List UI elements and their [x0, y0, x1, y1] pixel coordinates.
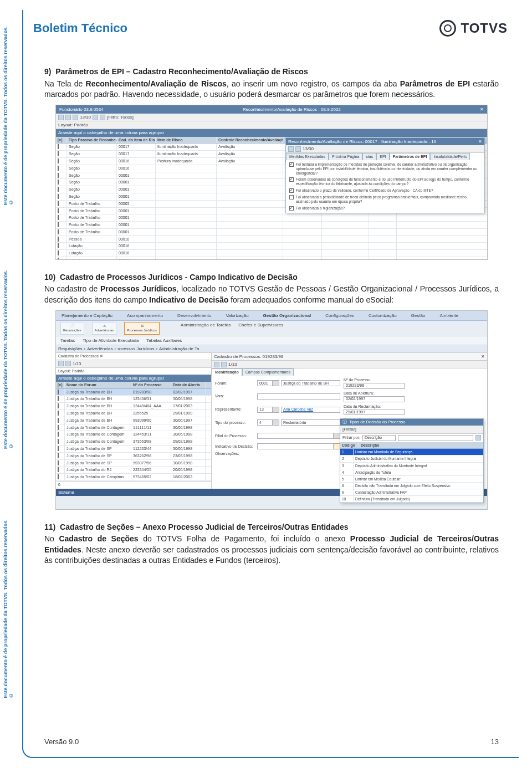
left-layout-label[interactable]: Layout: Padrão: [56, 368, 211, 375]
popup-filter-btn[interactable]: [Filtrar]: [342, 426, 356, 432]
input-indicativo[interactable]: [257, 443, 334, 449]
gridcol-forum[interactable]: Nome do Fórum: [65, 382, 131, 388]
ribbon-tarefas[interactable]: Tarefas: [60, 337, 75, 344]
left-grid-row[interactable]: Justiça do Trabalho de Contagem373663/98…: [56, 438, 211, 446]
crumb[interactable]: rocessos Jurídicos: [117, 346, 154, 352]
left-grid-row[interactable]: Justiça do Trabalho de Contagem324453/11…: [56, 431, 211, 438]
close-icon[interactable]: ✕: [480, 106, 484, 112]
ribbon-admin-tarefas[interactable]: Administração de Tarefas: [181, 322, 231, 335]
input-dabert[interactable]: 02/02/1997: [344, 396, 405, 402]
left-window-tab[interactable]: Cadastro de Processos ✕: [56, 353, 211, 360]
topmenu-item[interactable]: Gestão Organizacional: [263, 313, 311, 319]
left-grid-row[interactable]: Justiça do Trabalho de BH123456/3130/06/…: [56, 396, 211, 403]
left-grid-row[interactable]: Justiça do Trabalho de BH993099/0030/06/…: [56, 417, 211, 424]
inset-tab[interactable]: Próxima Página: [329, 153, 362, 160]
left-grid-row[interactable]: Justiça do Trabalho de SP363262/9823/03/…: [56, 453, 211, 460]
ribbon-requisicoes[interactable]: 📄Requisições: [60, 322, 84, 335]
tab-campos-compl[interactable]: Campos Complementares: [242, 368, 294, 376]
popup-row[interactable]: 2Depósito Judicial do Montante Integral: [340, 455, 483, 462]
topmenu-item[interactable]: Configurações: [325, 313, 354, 319]
checkbox[interactable]: [289, 206, 294, 211]
checkbox[interactable]: [289, 195, 294, 199]
grid-row[interactable]: Lotação00016: [56, 243, 487, 250]
grid-row[interactable]: Posto de Trabalho00001: [56, 214, 487, 222]
left-grid-row[interactable]: Justiça do Trabalho de Campinas973455/02…: [56, 474, 211, 481]
lookup-icon[interactable]: [273, 407, 279, 413]
grid-row[interactable]: Lotação00016: [56, 250, 487, 257]
delete-icon[interactable]: [65, 361, 71, 366]
input-rep-code[interactable]: 13: [257, 407, 273, 413]
grid-row[interactable]: Posto de Trabalho00001: [56, 222, 487, 229]
gridcol-descricao[interactable]: Descrição: [359, 442, 483, 449]
crumb[interactable]: Requisições: [58, 346, 83, 352]
ribbon-chefes[interactable]: Chefes e Supervisores: [238, 322, 283, 335]
input-nproc[interactable]: 019283/98: [344, 383, 405, 389]
popup-row[interactable]: 3Depósito Administrativo do Montante Int…: [340, 463, 483, 469]
next-icon[interactable]: [100, 115, 105, 120]
lookup-icon[interactable]: [273, 380, 279, 386]
crumb[interactable]: Advertências: [87, 346, 112, 352]
popup-row[interactable]: 8Decisão não Transitada em Julgado com E…: [340, 483, 483, 489]
left-grid-row[interactable]: Justiça do Trabalho de Contagem111111/11…: [56, 424, 211, 432]
topmenu-item[interactable]: Customização: [369, 313, 397, 319]
topmenu-item[interactable]: Planejamento e Captação: [62, 313, 112, 319]
ribbon-advertencias[interactable]: ⚠Advertências: [92, 322, 117, 335]
filter-label[interactable]: [Filtro: Todos]: [107, 114, 134, 120]
gridcol-codigo[interactable]: Código: [340, 442, 359, 449]
checkbox[interactable]: [289, 177, 294, 182]
save-icon[interactable]: [73, 115, 78, 120]
new-icon[interactable]: [58, 115, 64, 120]
inset-tab[interactable]: Medidas Executadas: [286, 153, 329, 160]
ribbon-processos-juridicos[interactable]: ⚖Processos Jurídicos: [124, 322, 160, 335]
delete-icon[interactable]: [221, 362, 227, 367]
grid-row[interactable]: Lotação00012: [56, 257, 487, 260]
left-grid-row[interactable]: Justiça do Trabalho de BH12448/484_AAA17…: [56, 403, 211, 410]
popup-row[interactable]: 10Definitiva (Transitada em Julgado): [340, 496, 483, 503]
left-grid-row[interactable]: Justiça do Trabalho de SP112233/4430/06/…: [56, 446, 211, 453]
inset-tab[interactable]: stas: [362, 153, 376, 160]
gridcol-controle[interactable]: Controle Reconhecimento/Avaliação: [217, 137, 283, 144]
prev-icon[interactable]: [93, 115, 98, 120]
left-grid-row[interactable]: Justiça do Trabalho de SP993877/5630/06/…: [56, 460, 211, 467]
gridcol-checkbox[interactable]: [x]: [56, 137, 67, 144]
input-drecl[interactable]: 29/01/1997: [344, 409, 405, 415]
close-icon[interactable]: ✕: [481, 354, 485, 360]
popup-row[interactable]: 9Contestação Administrativa FAP: [340, 489, 483, 496]
apply-filter-icon[interactable]: [475, 435, 481, 441]
left-grid-row[interactable]: Justiça do Trabalho do RJ223344/5520/06/…: [56, 467, 211, 474]
checkbox[interactable]: [289, 162, 294, 167]
gridcol-tipo[interactable]: Tipo Passivo de Reconhecimento/Avalia...: [67, 137, 117, 144]
gridcol-item[interactable]: Item de Risco: [156, 137, 217, 144]
popup-row[interactable]: 4Antecipação de Tutela: [340, 469, 483, 476]
gridcol-cod[interactable]: Cód. do Item de Risco: [117, 137, 156, 144]
ribbon-tabelas-aux[interactable]: Tabelas Auxiliares: [146, 337, 182, 344]
inset-tab[interactable]: EPI: [376, 153, 389, 160]
new-icon[interactable]: [214, 362, 219, 367]
input-rep-desc[interactable]: Ana Carolina Vaz: [281, 407, 340, 413]
input-vara[interactable]: [257, 393, 340, 400]
delete-icon[interactable]: [65, 115, 71, 120]
left-grid-row[interactable]: Justiça do Trabalho de BH019283/9802/02/…: [56, 389, 211, 396]
inset-tab[interactable]: Parâmetros de EPI: [390, 153, 431, 160]
close-icon[interactable]: ✕: [478, 139, 482, 145]
input-forum-code[interactable]: 0001: [257, 380, 273, 386]
lookup-icon[interactable]: [273, 419, 279, 426]
tab-identificacao[interactable]: Identificação: [212, 368, 242, 376]
topmenu-item[interactable]: Gestão: [411, 313, 426, 319]
inset-tab[interactable]: Insalubridade/Peric: [430, 153, 470, 160]
popup-row[interactable]: 5Liminar em Medida Cautelar: [340, 476, 483, 483]
grid-row[interactable]: Pessoa00010: [56, 236, 487, 243]
input-filial[interactable]: [257, 433, 334, 439]
input-filter-value[interactable]: [398, 435, 473, 441]
ribbon-tipo-atividade[interactable]: Tipo de Atividade Executada: [83, 337, 139, 344]
delete-icon[interactable]: [295, 146, 301, 152]
close-icon[interactable]: ✕: [100, 354, 103, 358]
topmenu-item[interactable]: Acompanhamento: [127, 313, 163, 319]
new-icon[interactable]: [58, 361, 64, 366]
gridcol-abertura[interactable]: Data de Abertu: [171, 382, 206, 388]
input-filter-field[interactable]: Descrição: [362, 435, 396, 441]
left-grid-row[interactable]: Justiça do Trabalho de BH225552529/01/19…: [56, 410, 211, 417]
grid-row[interactable]: Posto de Trabalho00001: [56, 229, 487, 236]
crumb[interactable]: Administração de Ta: [159, 346, 199, 352]
layout-label[interactable]: Layout: Padrão: [58, 122, 88, 128]
